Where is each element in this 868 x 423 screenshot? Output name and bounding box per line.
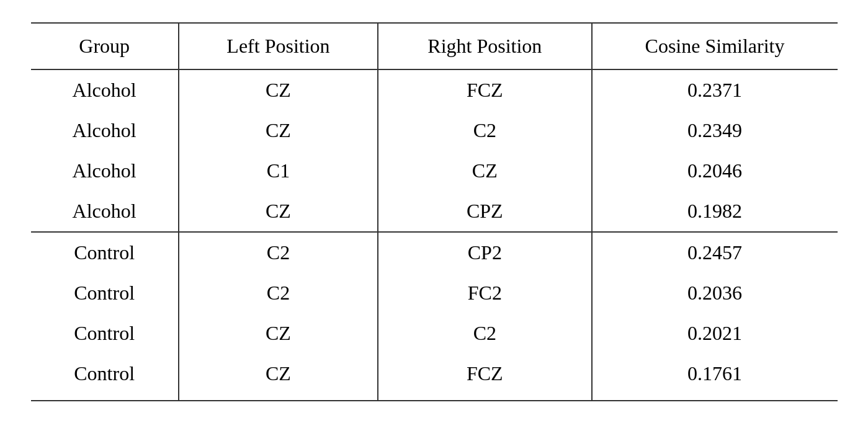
cell-cosine-similarity: 0.2349 [592, 110, 838, 151]
cell-group: Alcohol [31, 151, 179, 191]
cell-cosine-similarity: 0.2036 [592, 273, 838, 313]
table-row: ControlC2CP20.2457 [31, 232, 838, 273]
table-row: ControlCZFCZ0.1761 [31, 354, 838, 401]
table-row: AlcoholCZCPZ0.1982 [31, 191, 838, 232]
cell-cosine-similarity: 0.1761 [592, 354, 838, 401]
cell-left-position: CZ [179, 69, 378, 110]
cell-left-position: C2 [179, 232, 378, 273]
cell-group: Alcohol [31, 110, 179, 151]
cell-group: Control [31, 354, 179, 401]
cell-left-position: C1 [179, 151, 378, 191]
data-table: Group Left Position Right Position Cosin… [31, 22, 838, 401]
cell-cosine-similarity: 0.2021 [592, 313, 838, 354]
cell-right-position: CPZ [378, 191, 591, 232]
header-cosine-similarity: Cosine Similarity [592, 23, 838, 69]
table-container: Group Left Position Right Position Cosin… [31, 22, 838, 401]
cell-left-position: CZ [179, 191, 378, 232]
cell-right-position: CZ [378, 151, 591, 191]
cell-group: Control [31, 232, 179, 273]
cell-left-position: CZ [179, 313, 378, 354]
cell-right-position: FCZ [378, 69, 591, 110]
header-right-position: Right Position [378, 23, 591, 69]
cell-cosine-similarity: 0.2457 [592, 232, 838, 273]
table-row: ControlCZC20.2021 [31, 313, 838, 354]
cell-cosine-similarity: 0.1982 [592, 191, 838, 232]
cell-cosine-similarity: 0.2371 [592, 69, 838, 110]
cell-right-position: FCZ [378, 354, 591, 401]
cell-right-position: CP2 [378, 232, 591, 273]
cell-right-position: FC2 [378, 273, 591, 313]
cell-group: Alcohol [31, 69, 179, 110]
table-row: AlcoholCZC20.2349 [31, 110, 838, 151]
cell-left-position: C2 [179, 273, 378, 313]
cell-right-position: C2 [378, 313, 591, 354]
table-row: ControlC2FC20.2036 [31, 273, 838, 313]
table-row: AlcoholC1CZ0.2046 [31, 151, 838, 191]
cell-group: Alcohol [31, 191, 179, 232]
cell-group: Control [31, 273, 179, 313]
table-row: AlcoholCZFCZ0.2371 [31, 69, 838, 110]
cell-cosine-similarity: 0.2046 [592, 151, 838, 191]
cell-group: Control [31, 313, 179, 354]
header-group: Group [31, 23, 179, 69]
cell-left-position: CZ [179, 354, 378, 401]
cell-right-position: C2 [378, 110, 591, 151]
cell-left-position: CZ [179, 110, 378, 151]
header-left-position: Left Position [179, 23, 378, 69]
